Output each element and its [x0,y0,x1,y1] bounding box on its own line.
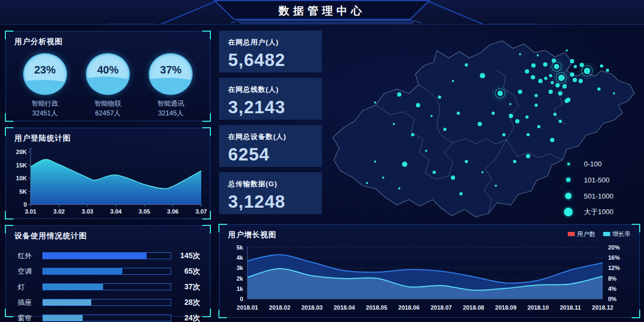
device-value: 28次 [171,298,200,308]
device-bar-track[interactable] [42,252,171,259]
legend-item-users[interactable]: 用户数 [568,230,596,238]
gauge-count: 32451人 [17,109,73,119]
map-legend-row: 501-1000 [562,188,613,204]
panel-user-growth: 用户增长视图 用户数 增长率 01k2k3k4k5k0%4%8%12%16%20… [219,224,640,318]
stat-card: 总传输数据(G)3,1248 [219,172,322,214]
svg-text:4%: 4% [608,286,617,292]
svg-text:16%: 16% [608,254,620,261]
panel-user-analysis: 用户分析视图 23%智能行政32451人40%智能物联62457人37%智能通讯… [5,31,210,121]
svg-text:5k: 5k [237,244,244,251]
panel-title: 用户登陆统计图 [6,128,210,147]
liquid-gauge[interactable]: 37% [149,53,193,95]
corner-accent [202,31,211,39]
svg-text:15K: 15K [16,162,27,169]
legend-item-growth[interactable]: 增长率 [603,230,631,238]
svg-text:2018.04: 2018.04 [334,304,356,311]
legend-swatch-red [568,232,575,236]
svg-text:0%: 0% [608,296,617,302]
gauge-name: 智能通讯 [143,99,199,109]
gauge-wave [23,80,67,95]
gauge-label: 智能通讯32145人 [143,99,199,118]
gauge-percent: 23% [24,64,66,76]
page-title: 数据管理中心 [0,4,644,18]
legend-swatch-cyan [603,232,610,236]
stat-value: 6254 [228,144,313,165]
map-legend: 0-100101-500501-1000大于1000 [562,156,613,220]
device-bar-fill [43,284,103,290]
stat-card: 在网总用户(人)5,6482 [219,31,322,72]
device-label: 红外 [13,251,42,261]
map-legend-dot-wrap [562,178,574,182]
corner-accent [5,309,13,317]
panel-title: 用户分析视图 [6,32,210,50]
svg-text:2018.02: 2018.02 [269,304,290,311]
svg-text:3.05: 3.05 [138,208,150,215]
gauge-name: 智能行政 [17,99,73,109]
device-bar-fill [43,299,91,305]
device-bar-track[interactable] [42,283,171,290]
corner-accent [202,309,211,317]
map-legend-row: 101-500 [562,172,613,188]
device-row: 插座28次 [13,298,200,306]
stat-value: 3,1248 [228,192,313,212]
device-bar-track[interactable] [42,314,171,321]
svg-text:2018.12: 2018.12 [592,304,613,311]
corner-accent [5,127,13,136]
svg-text:2018.01: 2018.01 [237,304,258,311]
map-legend-label: 大于1000 [584,207,613,217]
corner-accent [632,310,640,318]
svg-text:2018.10: 2018.10 [528,304,549,311]
growth-area-chart[interactable]: 01k2k3k4k5k0%4%8%12%16%20%2018.012018.02… [224,244,637,319]
svg-text:2018.07: 2018.07 [430,304,452,311]
liquid-gauge[interactable]: 23% [23,53,67,95]
device-row: 空调65次 [13,267,200,275]
map-legend-label: 501-1000 [584,192,613,200]
stat-value: 3,2143 [228,97,313,118]
gauge-label: 智能物联62457人 [80,99,136,118]
device-row: 灯37次 [13,283,200,291]
gauge-name: 智能物联 [80,99,136,109]
legend-label: 增长率 [612,230,631,238]
gauge-智能物联: 40%智能物联62457人 [80,53,136,118]
svg-text:8%: 8% [608,275,617,282]
corner-accent [5,225,13,233]
legend-label: 用户数 [577,230,596,238]
map-legend-dot [566,178,570,182]
region-map: 0-100101-500501-1000大于1000 [322,25,643,224]
corner-accent [202,127,211,136]
svg-text:12%: 12% [608,265,620,271]
map-legend-dot [564,208,573,216]
liquid-gauge[interactable]: 40% [86,53,130,95]
stat-label: 在网总线数(人) [228,85,313,94]
device-row: 红外145次 [13,252,200,260]
panel-device-usage: 设备使用情况统计图 红外145次空调65次灯37次插座28次窗帘24次 [5,225,210,317]
svg-text:0: 0 [240,296,243,302]
gauge-wave [86,77,130,95]
map-legend-dot [565,193,572,199]
svg-text:2018.09: 2018.09 [495,304,517,311]
gauge-智能行政: 23%智能行政32451人 [17,53,73,118]
corner-accent [5,113,13,122]
svg-text:3.04: 3.04 [110,208,122,215]
map-legend-label: 101-500 [584,176,610,184]
panel-title: 设备使用情况统计图 [6,226,210,244]
device-bar-fill [43,253,147,259]
device-value: 24次 [171,313,200,322]
device-value: 145次 [171,251,200,261]
device-bar-track[interactable] [42,268,171,275]
map-legend-label: 0-100 [584,160,602,168]
gauge-wave [149,78,193,95]
device-bar-track[interactable] [42,299,171,306]
gauge-percent: 40% [87,64,129,76]
corner-accent [202,225,211,233]
stat-cards: 在网总用户(人)5,6482在网总线数(人)3,2143在网总设备数(人)625… [219,31,322,219]
svg-text:2018.06: 2018.06 [398,304,420,311]
svg-text:2018.03: 2018.03 [301,304,323,311]
device-row: 窗帘24次 [13,314,200,322]
corner-accent [202,211,211,219]
device-value: 65次 [171,267,200,276]
gauge-count: 32145人 [143,109,199,119]
device-bar-chart[interactable]: 红外145次空调65次灯37次插座28次窗帘24次 [6,244,210,322]
svg-text:3.06: 3.06 [167,208,178,215]
login-area-chart[interactable]: 05K10K15K20K3.013.023.033.043.053.063.07 [8,147,208,221]
